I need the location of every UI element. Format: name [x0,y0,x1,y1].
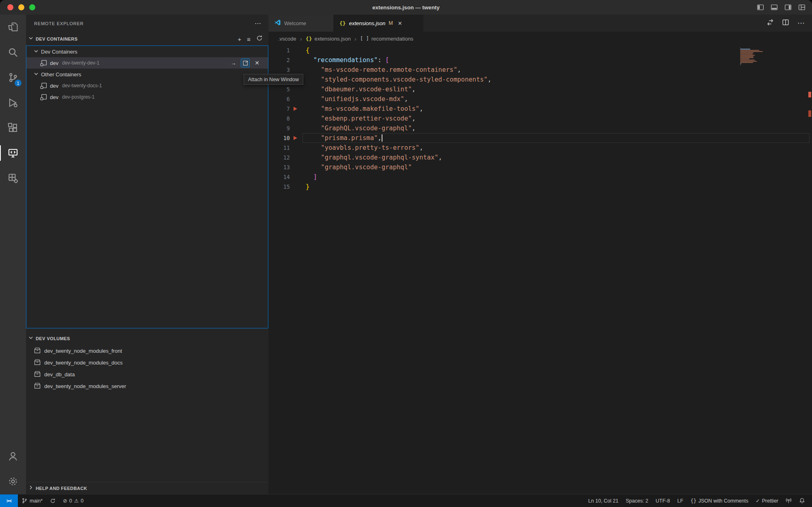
line-text: "graphql.vscode-graphql-syntax", [306,154,442,161]
more-actions-icon[interactable]: ⋯ [797,19,805,27]
container-tools-icon[interactable] [0,166,26,191]
dev-containers-section-header[interactable]: DEV CONTAINERS + ≡ [26,32,268,45]
code-line[interactable]: 5 "dbaeumer.vscode-eslint", [268,84,812,94]
extensions-icon[interactable] [0,115,26,140]
line-number[interactable]: 10 [268,135,290,141]
code-line[interactable]: 3 "ms-vscode-remote.remote-containers", [268,65,812,75]
settings-gear-icon[interactable] [0,469,26,494]
line-number[interactable]: 3 [268,67,290,73]
container-row-dev-postgres-1[interactable]: dev dev-postgres-1 [26,91,268,103]
search-icon[interactable] [0,40,26,65]
volume-row[interactable]: dev_db_data [26,369,268,380]
code-line[interactable]: 6 "unifiedjs.vscode-mdx", [268,94,812,104]
line-number[interactable]: 7 [268,106,290,112]
formatter-item[interactable]: ✓ Prettier [752,494,782,507]
container-row-dev-twenty-docs-1[interactable]: dev dev-twenty-docs-1 [26,80,268,91]
broadcast-icon[interactable] [782,494,795,507]
code-line[interactable]: 1{ [268,45,812,55]
close-tab-icon[interactable]: ✕ [398,20,402,26]
source-control-icon[interactable]: 1 [0,65,26,90]
code-line[interactable]: 15} [268,182,812,192]
stop-container-icon[interactable]: ✕ [253,58,261,67]
sync-changes-item[interactable] [46,494,59,507]
code-line[interactable]: 10 "prisma.prisma", [268,133,812,143]
overview-ruler-mark [808,92,811,97]
open-changes-icon[interactable] [767,19,774,28]
close-window-button[interactable] [7,4,13,11]
code-line[interactable]: 13 "graphql.vscode-graphql" [268,162,812,172]
code-line[interactable]: 4 "styled-components.vscode-styled-compo… [268,75,812,84]
breadcrumb-symbol[interactable]: [ ] recommendations [360,36,413,42]
language-mode-item[interactable]: {} JSON with Comments [687,494,752,507]
remote-explorer-icon[interactable] [0,140,26,166]
customize-layout-icon[interactable] [798,4,806,11]
attach-new-window-icon[interactable] [241,58,250,67]
run-debug-icon[interactable] [0,90,26,115]
tab-extensions-json[interactable]: {} extensions.json M ✕ [334,15,423,32]
toggle-sidebar-left-icon[interactable] [757,4,764,11]
breadcrumb-file[interactable]: {} extensions.json [306,36,351,42]
dev-volumes-section-header[interactable]: DEV VOLUMES [26,332,268,345]
code-line[interactable]: 7 "ms-vscode.makefile-tools", [268,104,812,114]
tree-group-dev-containers[interactable]: Dev Containers [26,46,268,57]
help-and-feedback-section-header[interactable]: HELP AND FEEDBACK [26,482,268,494]
traffic-lights [7,4,35,11]
code-line[interactable]: 9 "GraphQL.vscode-graphql", [268,123,812,133]
code-line[interactable]: 12 "graphql.vscode-graphql-syntax", [268,153,812,162]
line-text: } [306,183,309,190]
code-line[interactable]: 8 "esbenp.prettier-vscode", [268,114,812,123]
zoom-window-button[interactable] [29,4,35,11]
line-number[interactable]: 12 [268,154,290,161]
minimap-line [740,47,741,48]
breadcrumb-folder[interactable]: .vscode [278,36,296,42]
volume-row[interactable]: dev_twenty_node_modules_front [26,345,268,357]
line-number[interactable]: 8 [268,115,290,122]
code-line[interactable]: 14 ] [268,172,812,182]
code-area[interactable]: 1{2 "recommendations": [3 "ms-vscode-rem… [268,45,812,494]
encoding-item[interactable]: UTF-8 [652,494,674,507]
container-row-dev-twenty-dev-1[interactable]: dev dev-twenty-dev-1 → ✕ [26,57,268,69]
volume-row[interactable]: dev_twenty_node_modules_server [26,380,268,392]
line-number[interactable]: 6 [268,96,290,102]
line-number[interactable]: 11 [268,145,290,151]
toggle-sidebar-right-icon[interactable] [784,4,792,11]
line-number[interactable]: 2 [268,57,290,63]
editor-group: Welcome {} extensions.json M ✕ ⋯ [268,15,812,494]
sidebar-more-actions-icon[interactable]: ⋯ [255,20,261,27]
breadcrumbs: .vscode › {} extensions.json › [ ] recom… [268,32,812,45]
accounts-icon[interactable] [0,444,26,469]
vscode-window: extensions.json — twenty [0,0,812,507]
toggle-panel-icon[interactable] [771,4,778,11]
code-line[interactable]: 2 "recommendations": [ [268,55,812,65]
tree-group-other-containers[interactable]: Other Containers [26,69,268,80]
notifications-bell-icon[interactable] [795,494,809,507]
minimap-line [740,54,753,54]
line-number[interactable]: 1 [268,47,290,54]
line-text: "graphql.vscode-graphql" [306,164,412,171]
line-number[interactable]: 15 [268,183,290,190]
new-dev-container-icon[interactable]: + [238,36,241,42]
refresh-icon[interactable] [256,35,263,43]
line-number[interactable]: 9 [268,125,290,132]
tab-welcome[interactable]: Welcome [268,15,334,32]
eol-item[interactable]: LF [674,494,687,507]
line-number[interactable]: 13 [268,164,290,170]
cursor-position-item[interactable]: Ln 10, Col 21 [585,494,622,507]
code-line[interactable]: 11 "yoavbls.pretty-ts-errors", [268,143,812,153]
line-number[interactable]: 14 [268,174,290,180]
minimap[interactable] [740,47,770,65]
volume-row[interactable]: dev_twenty_node_modules_docs [26,357,268,369]
minimap-line [740,63,741,64]
split-editor-icon[interactable] [782,19,789,28]
show-details-icon[interactable]: ≡ [247,36,251,42]
indentation-item[interactable]: Spaces: 2 [622,494,652,507]
problems-item[interactable]: ⊘ 0 ⚠ 0 [59,494,87,507]
git-branch-item[interactable]: main* [18,494,46,507]
remote-indicator[interactable]: >< [0,494,18,507]
line-number[interactable]: 5 [268,86,290,93]
error-count: 0 [69,498,72,504]
explorer-icon[interactable] [0,15,26,40]
minimize-window-button[interactable] [18,4,24,11]
attach-current-window-icon[interactable]: → [229,58,238,67]
minimap-line [740,56,754,57]
